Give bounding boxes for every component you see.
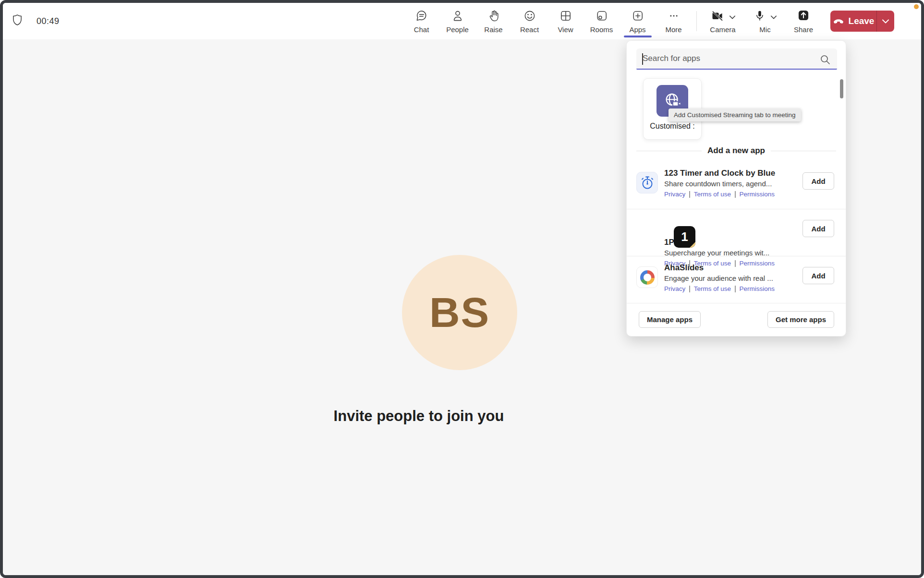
share-screen-icon (797, 9, 810, 24)
shield-icon (11, 13, 24, 29)
apps-plus-icon (631, 9, 644, 24)
rooms-label: Rooms (590, 25, 613, 34)
react-label: React (520, 25, 539, 34)
search-icon (819, 54, 831, 67)
meeting-window: 00:49 Chat People Raise (0, 0, 924, 578)
mic-button[interactable]: Mic (744, 4, 786, 38)
hang-up-phone-icon (833, 15, 844, 27)
apps-label: Apps (629, 25, 645, 34)
apps-search-input[interactable] (636, 48, 837, 69)
privacy-link[interactable]: Privacy (664, 285, 685, 292)
app-row-1page: 1 1Page Supercharge your meetings wit...… (627, 209, 846, 256)
avatar: BS (402, 255, 517, 370)
more-ellipsis-icon (667, 9, 681, 24)
mic-icon (754, 9, 766, 24)
camera-label: Camera (710, 25, 735, 34)
toolbar-nav: Chat People Raise React (403, 3, 894, 39)
chat-button[interactable]: Chat (403, 4, 439, 38)
leave-main[interactable]: Leave (830, 11, 876, 32)
mic-label: Mic (759, 25, 770, 34)
chat-label: Chat (414, 25, 429, 34)
mic-chevron-icon[interactable] (770, 13, 777, 22)
rooms-button[interactable]: Rooms (584, 4, 620, 38)
1page-icon: 1 (674, 226, 695, 248)
meeting-toolbar: 00:49 Chat People Raise (3, 3, 921, 39)
more-label: More (665, 25, 681, 34)
tile-app-name: Customised : (645, 122, 699, 131)
raise-hand-button[interactable]: Raise (475, 4, 511, 38)
app-list: 123 Timer and Clock by Blue Share countd… (627, 162, 846, 303)
list-bottom-divider (627, 303, 846, 303)
permissions-link[interactable]: Permissions (740, 191, 775, 198)
people-label: People (446, 25, 469, 34)
meeting-timer: 00:49 (36, 16, 60, 26)
invite-message: Invite people to join you (3, 408, 835, 425)
notification-dot (914, 4, 919, 9)
camera-off-icon (710, 9, 725, 24)
add-new-app-header: Add a new app (636, 146, 836, 156)
app-row-123-timer: 123 Timer and Clock by Blue Share countd… (627, 162, 846, 209)
react-button[interactable]: React (511, 4, 547, 38)
people-icon (451, 9, 464, 24)
permissions-link[interactable]: Permissions (740, 285, 775, 292)
leave-button[interactable]: Leave (830, 11, 894, 32)
avatar-initials: BS (429, 288, 490, 337)
header-divider-right (771, 151, 836, 151)
add-app-button[interactable]: Add (802, 172, 834, 190)
toolbar-left-group: 00:49 (11, 3, 60, 39)
more-button[interactable]: More (656, 4, 692, 38)
app-row-ahaslides: AhaSlides Engage your audience with real… (627, 256, 846, 303)
toolbar-separator (696, 11, 697, 31)
link-separator (689, 191, 690, 198)
ahaslides-icon (636, 266, 658, 288)
add-app-button[interactable]: Add (802, 267, 834, 284)
camera-chevron-icon[interactable] (729, 13, 736, 22)
apps-active-indicator (624, 36, 652, 37)
popup-scrollbar-thumb[interactable] (840, 79, 843, 98)
raise-hand-icon (487, 9, 500, 24)
view-label: View (558, 25, 573, 34)
link-separator (735, 191, 736, 198)
get-more-apps-button[interactable]: Get more apps (767, 311, 834, 328)
view-grid-icon (559, 9, 572, 24)
leave-label: Leave (849, 16, 875, 26)
share-label: Share (794, 25, 813, 34)
camera-button[interactable]: Camera (702, 4, 744, 38)
apps-button[interactable]: Apps (620, 4, 656, 38)
terms-link[interactable]: Terms of use (694, 191, 731, 198)
apps-popup: Customised : Add Customised Streaming ta… (626, 40, 846, 337)
people-button[interactable]: People (439, 4, 475, 38)
add-app-button[interactable]: Add (802, 220, 834, 237)
link-separator (689, 286, 690, 292)
privacy-link[interactable]: Privacy (664, 191, 685, 198)
chat-icon (415, 9, 428, 24)
popup-footer: Manage apps Get more apps (639, 311, 834, 328)
apps-search-box[interactable] (636, 48, 837, 70)
manage-apps-button[interactable]: Manage apps (639, 311, 701, 328)
header-divider-left (636, 151, 702, 151)
raise-hand-label: Raise (484, 25, 502, 34)
rooms-icon (595, 9, 608, 24)
react-smiley-icon (523, 9, 536, 24)
stopwatch-icon (636, 172, 658, 193)
share-button[interactable]: Share (786, 4, 821, 38)
text-caret (642, 53, 643, 65)
tile-tooltip: Add Customised Streaming tab to meeting (669, 108, 801, 121)
link-separator (735, 286, 736, 292)
section-title: Add a new app (707, 146, 765, 156)
terms-link[interactable]: Terms of use (694, 285, 731, 292)
leave-chevron-icon[interactable] (877, 11, 894, 32)
view-button[interactable]: View (547, 4, 584, 38)
